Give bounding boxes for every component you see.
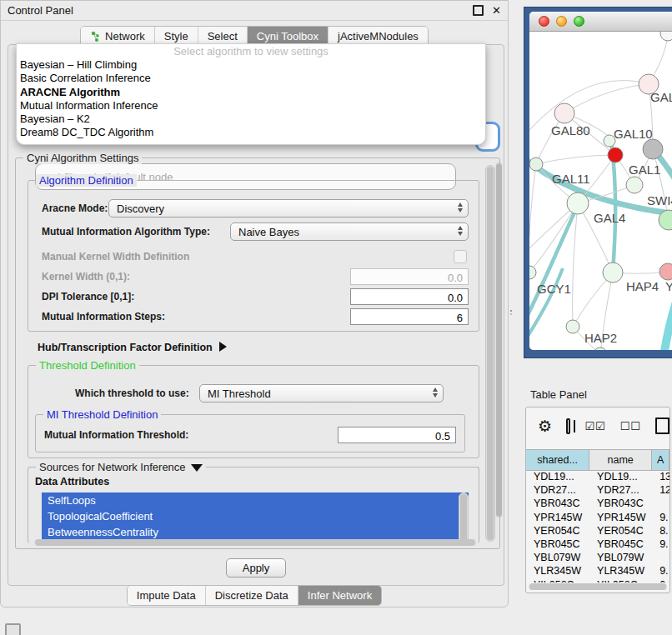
hide-columns-icon[interactable]: ☐☐ — [620, 420, 641, 432]
table-cell: YDR27... — [526, 484, 589, 496]
network-node-label: SWI4 — [647, 193, 672, 208]
apply-button[interactable]: Apply — [226, 558, 286, 578]
tab-infer-network[interactable]: Infer Network — [298, 586, 381, 605]
network-edge[interactable] — [529, 164, 536, 236]
settings-horizontal-scrollbar[interactable] — [34, 539, 476, 546]
dpi-tolerance-label: DPI Tolerance [0,1]: — [42, 291, 134, 302]
mi-threshold-field[interactable] — [338, 427, 456, 443]
network-node-y[interactable] — [659, 263, 672, 280]
data-attributes-list[interactable]: SelfLoopsTopologicalCoefficientBetweenne… — [42, 492, 469, 544]
panel-splitter-handle[interactable] — [509, 309, 513, 315]
dropdown-item-list: Bayesian – Hill ClimbingBasic Correlatio… — [17, 58, 485, 140]
stepper-arrows-icon — [458, 226, 463, 236]
kernel-width-field[interactable] — [350, 268, 469, 285]
which-threshold-combo[interactable]: MI Threshold — [199, 384, 444, 402]
attribute-item[interactable]: TopologicalCoefficient — [42, 508, 469, 524]
zoom-window-icon[interactable] — [574, 16, 584, 27]
mi-threshold-group-title: MI Threshold Definition — [43, 408, 161, 421]
tab-impute-data[interactable]: Impute Data — [128, 586, 206, 605]
table-cell: YBR045C — [589, 538, 652, 550]
network-node-hap4[interactable] — [603, 262, 623, 282]
network-edge[interactable] — [564, 84, 649, 113]
network-node-hap2[interactable] — [566, 320, 579, 333]
table-row[interactable]: YIL052CYIL052C0. — [526, 578, 669, 583]
minimized-panel-icon[interactable] — [5, 623, 21, 635]
network-icon — [90, 31, 101, 42]
algorithm-definition-group: Algorithm Definition Aracne Mode: Discov… — [28, 180, 479, 332]
mi-type-combo[interactable]: Naive Bayes — [230, 222, 469, 241]
network-node-label: Y — [665, 279, 672, 293]
table-row[interactable]: YBR045CYBR045C9. — [526, 538, 669, 551]
manual-kernel-checkbox[interactable] — [454, 250, 467, 263]
attribute-item[interactable]: BetweennessCentrality — [42, 524, 469, 540]
gear-icon[interactable]: ⚙ — [538, 418, 552, 434]
table-row[interactable]: YDR27...YDR27...12 — [526, 483, 669, 497]
network-node-label: HAP4 — [626, 279, 659, 293]
sources-title-text: Sources for Network Inference — [39, 461, 186, 473]
float-panel-icon[interactable] — [473, 5, 484, 16]
export-table-icon[interactable] — [655, 418, 669, 434]
table-cell: YBL079W — [589, 552, 652, 563]
table-row[interactable]: YDL19...YDL19...13 — [526, 470, 669, 483]
network-window-titlebar[interactable] — [529, 12, 672, 32]
algorithm-option[interactable]: Mutual Information Inference — [17, 99, 485, 112]
manual-kernel-label: Manual Kernel Width Definition — [42, 251, 189, 262]
sources-group-title[interactable]: Sources for Network Inference — [36, 461, 206, 473]
algorithm-option[interactable]: Bayesian – Hill Climbing — [17, 58, 485, 72]
table-cell: 9. — [652, 512, 669, 523]
dpi-tolerance-field[interactable] — [350, 288, 469, 305]
cyni-algorithm-settings-group: Cyni Algorithm Settings Algorithm Defini… — [15, 158, 500, 549]
algorithm-definition-title: Algorithm Definition — [36, 174, 137, 187]
network-node-gal1[interactable] — [626, 177, 643, 193]
table-cell: YLR345W — [589, 565, 652, 577]
table-row[interactable]: YBL079WYBL079W — [526, 551, 669, 564]
hub-definition-toggle[interactable]: Hub/Transcription Factor Definition — [38, 342, 227, 353]
network-node[interactable] — [660, 32, 672, 41]
split-columns-icon[interactable] — [566, 418, 570, 434]
close-window-icon[interactable] — [539, 16, 549, 27]
algorithm-option[interactable]: Basic Correlation Inference — [17, 72, 485, 85]
table-cell: YER054C — [526, 525, 589, 537]
network-graph: GALGAL80GAL10GAL1GAL11SWI4GAL4GCY1HAP4YH… — [529, 32, 672, 350]
tab-label: Impute Data — [137, 589, 196, 602]
minimize-window-icon[interactable] — [556, 16, 567, 27]
network-node[interactable] — [608, 148, 623, 162]
network-node[interactable] — [594, 348, 607, 350]
algorithm-option[interactable]: ARACNE Algorithm — [17, 86, 485, 99]
network-edge[interactable] — [660, 297, 672, 350]
mi-threshold-label: Mutual Information Threshold: — [44, 429, 188, 441]
mi-type-label: Mutual Information Algorithm Type: — [42, 226, 210, 238]
tab-discretize-data[interactable]: Discretize Data — [206, 586, 298, 605]
table-cell: YBR043C — [589, 498, 652, 509]
network-node-gcy1[interactable] — [529, 266, 536, 279]
table-row[interactable]: YLR345WYLR345W9. — [526, 564, 669, 578]
network-node-gal80[interactable] — [554, 103, 574, 123]
dropdown-prompt: Select algorithm to view settings — [17, 44, 485, 58]
show-columns-icon[interactable]: ☑☑ — [584, 420, 605, 432]
network-node[interactable] — [643, 139, 663, 159]
column-header-a[interactable]: A — [652, 450, 669, 470]
close-panel-icon[interactable]: ✕ — [492, 5, 501, 16]
network-edge[interactable] — [536, 155, 615, 164]
tab-label: Cyni Toolbox — [257, 30, 318, 42]
column-header-name[interactable]: name — [589, 450, 652, 470]
attribute-item[interactable]: SelfLoops — [42, 492, 469, 508]
algorithm-option[interactable]: Bayesian – K2 — [17, 112, 485, 126]
table-cell: YDL19... — [589, 471, 652, 482]
table-row[interactable]: YPR145WYPR145W9. — [526, 511, 669, 524]
network-edge[interactable] — [573, 203, 578, 327]
mi-type-value: Naive Bayes — [238, 226, 299, 238]
network-node-gal4[interactable] — [567, 192, 589, 214]
network-canvas[interactable]: GALGAL80GAL10GAL1GAL11SWI4GAL4GCY1HAP4YH… — [529, 32, 672, 350]
settings-vertical-scrollbar[interactable] — [485, 165, 495, 542]
algorithm-option[interactable]: Dream8 DC_TDC Algorithm — [17, 126, 485, 139]
table-row[interactable]: YBR043CYBR043C — [526, 497, 669, 510]
network-node-gal11[interactable] — [529, 158, 543, 171]
attributes-vertical-scrollbar[interactable] — [459, 492, 469, 543]
table-cell: 9. — [652, 538, 669, 550]
table-horizontal-scrollbar[interactable] — [529, 583, 667, 590]
mi-steps-field[interactable] — [350, 308, 469, 325]
table-row[interactable]: YER054CYER054C8. — [526, 524, 669, 538]
column-header-shared[interactable]: shared... — [526, 450, 589, 470]
aracne-mode-combo[interactable]: Discovery — [108, 199, 469, 218]
